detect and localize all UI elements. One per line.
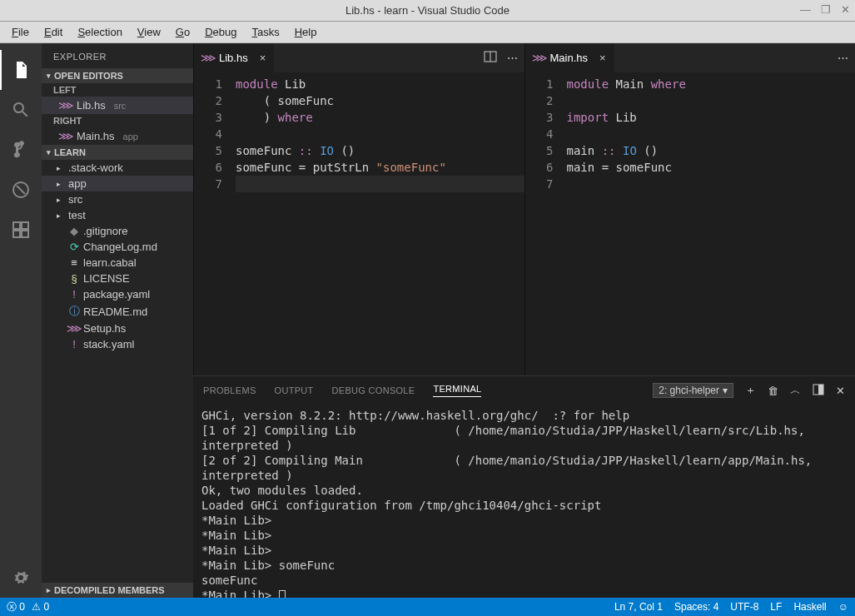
sidebar-title: EXPLORER	[42, 43, 193, 68]
terminal-selector[interactable]: 2: ghci-helper ▾	[653, 383, 733, 398]
tab-lib-hs[interactable]: ⋙ Lib.hs ×	[194, 43, 275, 72]
file-changelog-md[interactable]: ⟳ChangeLog.md	[42, 239, 193, 255]
status-lang[interactable]: Haskell	[793, 601, 826, 613]
close-window-button[interactable]: ✕	[841, 3, 850, 16]
folder-app[interactable]: ▸app	[42, 176, 193, 191]
file-setup-hs[interactable]: ⋙Setup.hs	[42, 320, 193, 336]
file-icon: ⟳	[68, 241, 80, 253]
status-cursor[interactable]: Ln 7, Col 1	[614, 601, 663, 613]
group-right-label: RIGHT	[42, 114, 193, 127]
new-terminal-icon[interactable]: ＋	[745, 383, 756, 398]
sidebar: EXPLORER ▾OPEN EDITORS LEFT ⋙ Lib.hssrc …	[42, 43, 193, 598]
haskell-icon: ⋙	[60, 130, 72, 142]
split-editor-icon[interactable]	[484, 50, 497, 66]
svg-rect-4	[818, 385, 823, 395]
file-icon: ⓘ	[68, 304, 80, 319]
explorer-icon[interactable]	[0, 50, 42, 90]
menu-edit[interactable]: Edit	[37, 24, 69, 40]
menu-tasks[interactable]: Tasks	[245, 24, 286, 40]
menu-debug[interactable]: Debug	[198, 24, 243, 40]
file-learn-cabal[interactable]: ≡learn.cabal	[42, 255, 193, 271]
file-package-yaml[interactable]: !package.yaml	[42, 286, 193, 302]
menubar: File Edit Selection View Go Debug Tasks …	[0, 22, 855, 43]
status-encoding[interactable]: UTF-8	[730, 601, 758, 613]
extensions-icon[interactable]	[0, 210, 42, 250]
status-errors[interactable]: ⓧ 0	[7, 600, 25, 614]
more-icon[interactable]: ⋯	[838, 52, 848, 64]
panel-tab-output[interactable]: OUTPUT	[275, 385, 314, 395]
debug-icon[interactable]	[0, 170, 42, 210]
folder--stack-work[interactable]: ▸.stack-work	[42, 160, 193, 176]
menu-help[interactable]: Help	[288, 24, 324, 40]
open-editor-right[interactable]: ⋙ Main.hsapp	[42, 127, 193, 145]
project-header[interactable]: ▾LEARN	[42, 145, 193, 160]
menu-view[interactable]: View	[131, 24, 167, 40]
close-tab-icon[interactable]: ×	[599, 52, 606, 64]
file-icon: ◆	[68, 225, 80, 237]
open-editor-left[interactable]: ⋙ Lib.hssrc	[42, 97, 193, 114]
decompiled-header[interactable]: ▸DECOMPILED MEMBERS	[42, 583, 193, 598]
window-title: Lib.hs - learn - Visual Studio Code	[345, 4, 510, 17]
minimize-button[interactable]: —	[800, 3, 811, 16]
file-icon: ⋙	[68, 322, 80, 335]
file-icon: !	[68, 338, 80, 350]
search-icon[interactable]	[0, 90, 42, 130]
folder-test[interactable]: ▸test	[42, 207, 193, 223]
settings-icon[interactable]	[0, 558, 42, 598]
status-bar: ⓧ 0 ⚠ 0 Ln 7, Col 1 Spaces: 4 UTF-8 LF H…	[0, 598, 855, 616]
scm-icon[interactable]	[0, 130, 42, 170]
file-stack-yaml[interactable]: !stack.yaml	[42, 336, 193, 352]
file-license[interactable]: §LICENSE	[42, 271, 193, 286]
panel-tab-problems[interactable]: PROBLEMS	[203, 385, 256, 395]
tab-main-hs[interactable]: ⋙ Main.hs ×	[525, 43, 615, 72]
file-icon: ≡	[68, 256, 80, 269]
open-editors-header[interactable]: ▾OPEN EDITORS	[42, 68, 193, 83]
haskell-icon: ⋙	[202, 52, 214, 64]
code-editor-right[interactable]: 1234567 module Main where import Lib mai…	[525, 72, 856, 375]
folder-src[interactable]: ▸src	[42, 191, 193, 207]
menu-go[interactable]: Go	[169, 24, 196, 40]
status-eol[interactable]: LF	[770, 601, 782, 613]
maximize-button[interactable]: ❐	[821, 3, 831, 16]
panel-tab-terminal[interactable]: TERMINAL	[433, 384, 481, 397]
editor-group-right: ⋙ Main.hs × ⋯ 1234567 module Main where …	[524, 43, 856, 375]
haskell-icon: ⋙	[60, 99, 72, 112]
file-icon: !	[68, 288, 80, 301]
close-panel-icon[interactable]: ✕	[836, 385, 845, 397]
code-editor-left[interactable]: 1234567 module Lib ( someFunc ) where so…	[194, 72, 524, 375]
panel: PROBLEMS OUTPUT DEBUG CONSOLE TERMINAL 2…	[193, 375, 855, 598]
file--gitignore[interactable]: ◆.gitignore	[42, 223, 193, 239]
maximize-panel-icon[interactable]	[813, 384, 824, 398]
status-spaces[interactable]: Spaces: 4	[674, 601, 718, 613]
status-feedback-icon[interactable]: ☺	[838, 601, 848, 613]
editor-group-left: ⋙ Lib.hs × ⋯ 1234567 module Lib ( someFu…	[193, 43, 524, 375]
titlebar: Lib.hs - learn - Visual Studio Code — ❐ …	[0, 0, 855, 22]
menu-file[interactable]: File	[5, 24, 36, 40]
kill-terminal-icon[interactable]: 🗑	[768, 385, 778, 397]
group-left-label: LEFT	[42, 83, 193, 97]
file-icon: §	[68, 272, 80, 285]
panel-tab-debug-console[interactable]: DEBUG CONSOLE	[332, 385, 415, 395]
more-icon[interactable]: ⋯	[507, 52, 518, 64]
panel-up-icon[interactable]: ︿	[790, 383, 801, 398]
haskell-icon: ⋙	[534, 52, 545, 64]
status-warnings[interactable]: ⚠ 0	[32, 601, 49, 613]
terminal[interactable]: GHCi, version 8.2.2: http://www.haskell.…	[193, 405, 855, 598]
menu-selection[interactable]: Selection	[71, 24, 128, 40]
close-tab-icon[interactable]: ×	[260, 52, 266, 64]
file-readme-md[interactable]: ⓘREADME.md	[42, 302, 193, 320]
activity-bar	[0, 43, 42, 598]
